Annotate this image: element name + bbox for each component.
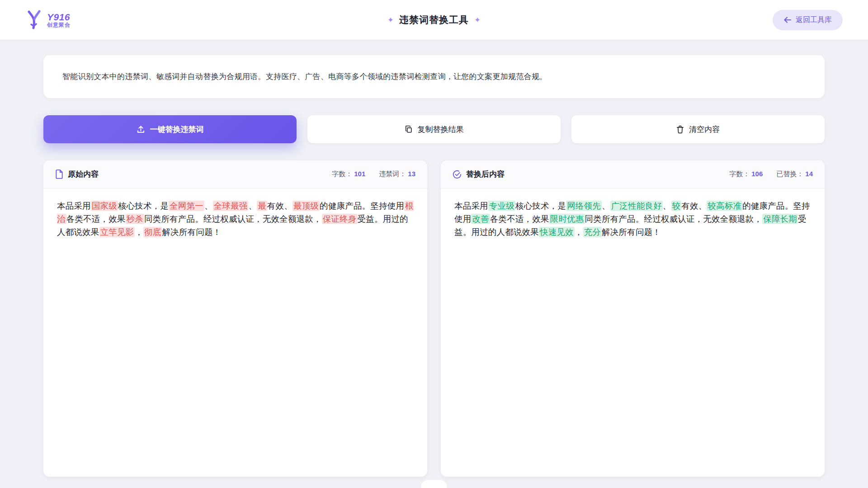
- replaced-count-stat: 已替换：14: [776, 170, 813, 178]
- page-title: 违禁词替换工具: [399, 14, 469, 26]
- replaced-panel-stats: 字数：106 已替换：14: [729, 170, 813, 178]
- highlighted-word-green: 充分: [583, 227, 602, 237]
- intro-text: 智能识别文本中的违禁词、敏感词并自动替换为合规用语。支持医疗、广告、电商等多个领…: [62, 71, 547, 82]
- replaced-panel-header: 替换后内容 字数：106 已替换：14: [441, 160, 825, 188]
- highlighted-word-green: 广泛性能良好: [610, 201, 663, 211]
- copy-result-button[interactable]: 复制替换结果: [307, 115, 561, 143]
- main-content: 智能识别文本中的违禁词、敏感词并自动替换为合规用语。支持医疗、广告、电商等多个领…: [0, 55, 868, 477]
- arrow-left-icon: [783, 16, 792, 23]
- replaced-content-panel: 替换后内容 字数：106 已替换：14 本品采用专业级核心技术，是网络领先、广泛…: [441, 160, 825, 477]
- plain-text: 的健康产品。坚持使用: [320, 201, 404, 211]
- plain-text: ，: [575, 227, 583, 237]
- highlighted-word-red: 保证终身: [322, 214, 358, 224]
- highlighted-word-green: 快速见效: [539, 227, 575, 237]
- bottom-peek-element: [421, 480, 447, 488]
- intro-card: 智能识别文本中的违禁词、敏感词并自动替换为合规用语。支持医疗、广告、电商等多个领…: [43, 55, 825, 98]
- page-title-wrap: ✦ 违禁词替换工具 ✦: [387, 14, 481, 26]
- plain-text: 同类所有产品。经过权威认证，无效全额退款，: [585, 214, 763, 224]
- plain-text: 、: [248, 201, 257, 211]
- copy-button-label: 复制替换结果: [418, 124, 464, 135]
- content-panels: 原始内容 字数：101 违禁词：13 本品采用国家级核心技术，是全网第一、全球最…: [43, 160, 825, 477]
- back-button-label: 返回工具库: [796, 15, 832, 25]
- original-text-area[interactable]: 本品采用国家级核心技术，是全网第一、全球最强、最有效、最顶级的健康产品。坚持使用…: [43, 188, 427, 250]
- highlighted-word-green: 专业级: [488, 201, 515, 211]
- clear-content-button[interactable]: 清空内容: [571, 115, 825, 143]
- logo-tagline: 创意聚合: [47, 22, 71, 28]
- plain-text: 、: [204, 201, 213, 211]
- highlighted-word-green: 限时优惠: [549, 214, 585, 224]
- replaced-panel-title: 替换后内容: [466, 169, 505, 179]
- replaced-text-area[interactable]: 本品采用专业级核心技术，是网络领先、广泛性能良好、较有效、较高标准的健康产品。坚…: [441, 188, 825, 250]
- replace-button[interactable]: 一键替换违禁词: [43, 115, 297, 143]
- logo-brand: Y916: [47, 12, 71, 22]
- sparkle-left-icon: ✦: [387, 15, 394, 25]
- plain-text: ，: [135, 227, 143, 237]
- plain-text: 各类不适，效果: [490, 214, 549, 224]
- original-panel-stats: 字数：101 违禁词：13: [332, 170, 415, 178]
- original-panel-title: 原始内容: [68, 169, 99, 179]
- highlighted-word-red: 立竿见影: [99, 227, 135, 237]
- highlighted-word-green: 网络领先: [566, 201, 602, 211]
- logo-y-icon: [25, 9, 43, 30]
- highlighted-word-green: 较高标准: [707, 201, 742, 211]
- copy-icon: [405, 125, 413, 133]
- original-panel-header: 原始内容 字数：101 违禁词：13: [43, 160, 427, 188]
- plain-text: 核心技术，是: [118, 201, 169, 211]
- highlighted-word-red: 全球最强: [213, 201, 249, 211]
- plain-text: 核心技术，是: [515, 201, 566, 211]
- plain-text: 本品采用: [57, 201, 91, 211]
- plain-text: 本品采用: [454, 201, 488, 211]
- replace-button-label: 一键替换违禁词: [150, 124, 204, 135]
- plain-text: 、: [663, 201, 671, 211]
- plain-text: 解决所有问题！: [162, 227, 221, 237]
- upload-icon: [137, 125, 145, 134]
- highlighted-word-red: 最顶级: [292, 201, 320, 211]
- highlighted-word-red: 全网第一: [169, 201, 204, 211]
- highlighted-word-red: 国家级: [91, 201, 118, 211]
- trash-icon: [676, 125, 684, 134]
- check-circle-icon: [453, 170, 462, 179]
- sparkle-right-icon: ✦: [474, 15, 481, 25]
- plain-text: 各类不适，效果: [66, 214, 126, 224]
- header: Y916 创意聚合 ✦ 违禁词替换工具 ✦ 返回工具库: [0, 0, 868, 40]
- logo[interactable]: Y916 创意聚合: [25, 9, 71, 30]
- highlighted-word-green: 保障长期: [762, 214, 798, 224]
- original-content-panel: 原始内容 字数：101 违禁词：13 本品采用国家级核心技术，是全网第一、全球最…: [43, 160, 427, 477]
- word-count-stat: 字数：106: [729, 170, 763, 178]
- word-count-stat: 字数：101: [332, 170, 365, 178]
- plain-text: 解决所有问题！: [602, 227, 661, 237]
- highlighted-word-red: 最: [257, 201, 267, 211]
- toolbar: 一键替换违禁词 复制替换结果 清空内容: [43, 115, 825, 143]
- banned-word-count-stat: 违禁词：13: [379, 170, 415, 178]
- highlighted-word-green: 较: [671, 201, 682, 211]
- clear-button-label: 清空内容: [689, 124, 720, 135]
- document-icon: [55, 169, 63, 179]
- highlighted-word-red: 彻底: [143, 227, 162, 237]
- highlighted-word-red: 秒杀: [126, 214, 144, 224]
- plain-text: 有效、: [267, 201, 292, 211]
- plain-text: 有效、: [681, 201, 707, 211]
- plain-text: 、: [602, 201, 610, 211]
- back-to-library-button[interactable]: 返回工具库: [773, 10, 843, 30]
- plain-text: 同类所有产品。经过权威认证，无效全额退款，: [144, 214, 322, 224]
- highlighted-word-green: 改善: [471, 214, 490, 224]
